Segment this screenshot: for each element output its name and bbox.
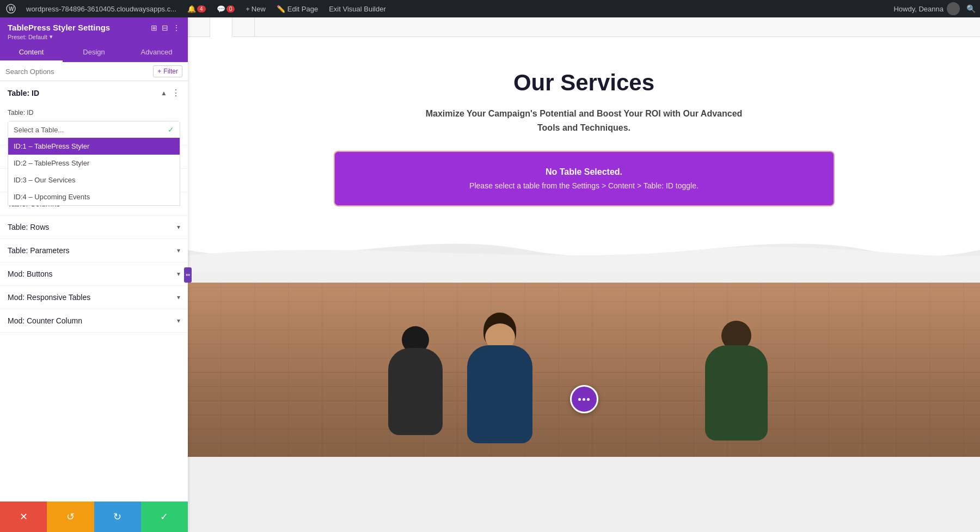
dropdown-option-2[interactable]: ID:2 – TablePress Styler bbox=[8, 155, 180, 172]
site-name-bar-item[interactable]: wordpress-784896-3610405.cloudwaysapps.c… bbox=[22, 0, 181, 17]
edit-page-bar-item[interactable]: ✏️ Edit Page bbox=[272, 0, 322, 17]
no-table-box: No Table Selected. Please select a table… bbox=[334, 151, 835, 206]
reset-button[interactable]: ↺ bbox=[47, 502, 94, 532]
tab-content[interactable]: Content bbox=[0, 44, 63, 62]
section-mod-counter[interactable]: Mod: Counter Column ▾ bbox=[0, 309, 188, 333]
cancel-button[interactable]: ✕ bbox=[0, 502, 47, 532]
bottom-toolbar: ✕ ↺ ↻ ✓ bbox=[0, 502, 188, 532]
search-input[interactable] bbox=[5, 68, 150, 76]
more-options-icon[interactable]: ⋮ bbox=[173, 23, 180, 32]
howdy-section: Howdy, Deanna bbox=[893, 2, 960, 15]
section-table-id-chevron[interactable]: ▲ bbox=[161, 89, 167, 97]
preset-chevron-icon: ▾ bbox=[50, 33, 53, 40]
filter-button[interactable]: + Filter bbox=[153, 65, 182, 77]
pencil-icon: ✏️ bbox=[277, 5, 285, 13]
page-tab-3[interactable] bbox=[232, 17, 255, 37]
edit-page-label: Edit Page bbox=[287, 5, 318, 13]
chat-dot-3 bbox=[587, 398, 590, 401]
panel-preset[interactable]: Preset: Default ▾ bbox=[8, 33, 180, 40]
comment-count: 0 bbox=[226, 5, 235, 13]
new-bar-item[interactable]: + New bbox=[241, 0, 270, 17]
page-tab-2[interactable] bbox=[210, 17, 232, 37]
search-icon-bar[interactable]: 🔍 bbox=[966, 4, 976, 13]
chat-dot-1 bbox=[578, 398, 581, 401]
dropdown-placeholder: Select a Table... bbox=[14, 126, 64, 134]
panel-title-row: TablePress Styler Settings ⊞ ⊟ ⋮ bbox=[8, 23, 180, 32]
people-group bbox=[339, 304, 829, 457]
avatar[interactable] bbox=[947, 2, 960, 15]
section-mod-buttons[interactable]: Mod: Buttons ▾ bbox=[0, 262, 188, 286]
person-3 bbox=[699, 321, 775, 457]
services-section: Our Services Maximize Your Campaign's Po… bbox=[188, 37, 980, 228]
comment-bar-item[interactable]: 💬 0 bbox=[212, 0, 240, 17]
site-name-text: wordpress-784896-3610405.cloudwaysapps.c… bbox=[26, 5, 176, 13]
copy-icon[interactable]: ⊞ bbox=[151, 23, 157, 32]
section-mod-buttons-chevron: ▾ bbox=[177, 270, 180, 278]
save-icon: ✓ bbox=[160, 511, 168, 523]
tab-design[interactable]: Design bbox=[63, 44, 125, 62]
dropdown-header[interactable]: Select a Table... ✓ bbox=[8, 121, 180, 138]
chat-bubble[interactable] bbox=[570, 385, 598, 413]
panel-content: Table: ID ▲ ⋮ Table: ID Select a Table..… bbox=[0, 81, 188, 532]
no-table-title: No Table Selected. bbox=[346, 167, 823, 177]
search-row: + Filter bbox=[0, 62, 188, 81]
columns-icon[interactable]: ⊟ bbox=[162, 23, 168, 32]
main-layout: TablePress Styler Settings ⊞ ⊟ ⋮ Preset:… bbox=[0, 17, 980, 532]
section-table-id[interactable]: Table: ID ▲ ⋮ bbox=[0, 81, 188, 105]
new-label: New bbox=[252, 5, 266, 13]
section-table-id-content: Table: ID Select a Table... ✓ ID:1 – Tab… bbox=[0, 105, 188, 145]
section-table-parameters[interactable]: Table: Parameters ▾ bbox=[0, 239, 188, 262]
ring-icon: 🔔 bbox=[187, 5, 196, 13]
dropdown-check-icon: ✓ bbox=[168, 125, 174, 134]
section-mod-counter-title: Mod: Counter Column bbox=[8, 316, 82, 325]
filter-label: Filter bbox=[163, 68, 178, 75]
tab-advanced[interactable]: Advanced bbox=[125, 44, 188, 62]
dropdown-option-3[interactable]: ID:3 – Our Services bbox=[8, 172, 180, 188]
section-table-rows-title: Table: Rows bbox=[8, 223, 49, 231]
save-button[interactable]: ✓ bbox=[141, 502, 188, 532]
dropdown-list: ID:1 – TablePress Styler ID:2 – TablePre… bbox=[8, 138, 180, 206]
services-title: Our Services bbox=[210, 70, 958, 96]
howdy-text: Howdy, Deanna bbox=[893, 5, 944, 13]
dropdown-option-4[interactable]: ID:4 – Upcoming Events bbox=[8, 188, 180, 205]
table-id-dropdown[interactable]: Select a Table... ✓ ID:1 – TablePress St… bbox=[8, 121, 180, 138]
reset-icon: ↺ bbox=[66, 511, 75, 523]
no-table-desc: Please select a table from the Settings … bbox=[346, 181, 823, 190]
exit-builder-bar-item[interactable]: Exit Visual Builder bbox=[324, 0, 390, 17]
section-table-rows[interactable]: Table: Rows ▾ bbox=[0, 216, 188, 239]
comment-icon: 💬 bbox=[217, 5, 225, 13]
section-mod-responsive[interactable]: Mod: Responsive Tables ▾ bbox=[0, 286, 188, 309]
wavy-divider bbox=[188, 228, 980, 272]
resize-handle[interactable]: ⇔ bbox=[184, 264, 192, 286]
dropdown-option-1[interactable]: ID:1 – TablePress Styler bbox=[8, 138, 180, 155]
svg-text:W: W bbox=[9, 6, 14, 12]
section-table-parameters-title: Table: Parameters bbox=[8, 246, 70, 255]
section-mod-responsive-title: Mod: Responsive Tables bbox=[8, 293, 90, 302]
exit-builder-label: Exit Visual Builder bbox=[329, 5, 386, 13]
section-table-parameters-chevron: ▾ bbox=[177, 247, 180, 254]
section-table-id-icons: ▲ ⋮ bbox=[161, 88, 180, 98]
page-tab-1[interactable] bbox=[188, 17, 210, 37]
redo-button[interactable]: ↻ bbox=[94, 502, 141, 532]
plus-icon: + bbox=[246, 5, 250, 13]
image-section bbox=[188, 283, 980, 457]
panel-tabs: Content Design Advanced bbox=[0, 44, 188, 62]
redo-icon: ↻ bbox=[113, 511, 121, 523]
section-mod-responsive-chevron: ▾ bbox=[177, 293, 180, 301]
sidebar-panel: TablePress Styler Settings ⊞ ⊟ ⋮ Preset:… bbox=[0, 17, 188, 532]
wp-logo-icon[interactable]: W bbox=[4, 2, 17, 15]
chat-dots bbox=[578, 398, 590, 401]
main-content: Our Services Maximize Your Campaign's Po… bbox=[188, 17, 980, 532]
person-2 bbox=[459, 315, 541, 457]
wave-svg bbox=[188, 228, 980, 272]
ring-count: 4 bbox=[197, 5, 206, 13]
section-table-id-more[interactable]: ⋮ bbox=[171, 88, 180, 98]
panel-title: TablePress Styler Settings bbox=[8, 23, 110, 32]
table-id-label: Table: ID bbox=[8, 109, 180, 117]
ring-icon-bar-item[interactable]: 🔔 4 bbox=[183, 0, 210, 17]
page-tab-bar bbox=[188, 17, 980, 37]
cancel-icon: ✕ bbox=[20, 511, 28, 523]
panel-header: TablePress Styler Settings ⊞ ⊟ ⋮ Preset:… bbox=[0, 17, 188, 44]
resize-handle-inner: ⇔ bbox=[184, 267, 192, 283]
preset-text: Preset: Default bbox=[8, 34, 47, 40]
